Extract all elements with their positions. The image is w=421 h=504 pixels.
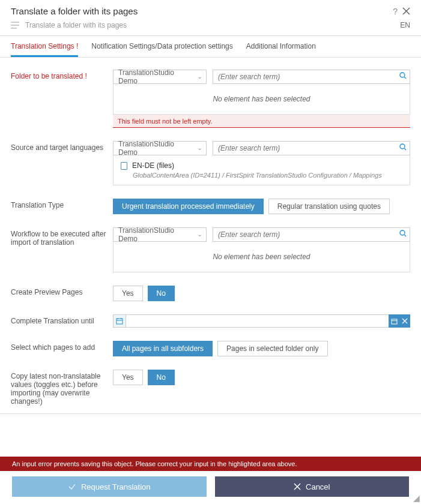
folder-search-input[interactable] xyxy=(213,70,410,84)
label-complete-until: Complete Translation until xyxy=(11,314,113,325)
languages-search-input[interactable] xyxy=(213,141,410,155)
workflow-select[interactable]: TranslationStudio Demo ⌄ xyxy=(113,227,207,242)
chevron-down-icon: ⌄ xyxy=(197,73,202,80)
close-icon[interactable] xyxy=(402,7,410,15)
copy-yes-button[interactable]: Yes xyxy=(113,370,143,385)
date-picker-open-icon[interactable] xyxy=(389,314,399,328)
language-mapping-name: EN-DE (files) xyxy=(132,161,174,170)
search-icon[interactable] xyxy=(399,230,407,237)
language-mapping-item[interactable]: EN-DE (files) GlobalContentArea (ID=2411… xyxy=(113,155,410,185)
svg-point-2 xyxy=(400,230,405,235)
workflow-empty-message: No element has been selected xyxy=(113,242,410,272)
workflow-select-value: TranslationStudio Demo xyxy=(118,226,193,243)
preview-yes-button[interactable]: Yes xyxy=(113,286,143,301)
copy-no-button[interactable]: No xyxy=(148,370,175,385)
list-icon xyxy=(11,22,19,29)
language-mapping-path: GlobalContentArea (ID=2411) / FirstSpiri… xyxy=(121,172,402,179)
folder-select-value: TranslationStudio Demo xyxy=(118,68,193,85)
document-icon xyxy=(121,162,127,170)
svg-point-0 xyxy=(400,73,405,77)
tab-bar: Translation Settings ! Notification Sett… xyxy=(0,36,421,57)
workflow-search-input[interactable] xyxy=(213,227,410,242)
svg-point-1 xyxy=(400,144,405,149)
search-icon[interactable] xyxy=(399,72,407,79)
label-workflow: Workflow to be executed after import of … xyxy=(11,227,113,247)
folder-select[interactable]: TranslationStudio Demo ⌄ xyxy=(113,70,207,84)
type-urgent-button[interactable]: Urgent translation processed immediately xyxy=(113,199,264,214)
tab-additional-info[interactable]: Additional Information xyxy=(246,36,316,57)
chevron-down-icon: ⌄ xyxy=(197,144,202,152)
preview-no-button[interactable]: No xyxy=(148,286,175,301)
complete-date-input[interactable] xyxy=(126,314,389,328)
pages-selected-button[interactable]: Pages in selected folder only xyxy=(217,341,327,356)
label-languages: Source and target languages xyxy=(11,141,113,152)
label-pages-add: Select which pages to add xyxy=(11,341,113,352)
check-icon xyxy=(68,482,76,491)
type-regular-button[interactable]: Regular translation using quotes xyxy=(268,199,390,214)
request-translation-label: Request Translation xyxy=(81,482,151,491)
dialog-subtitle: Translate a folder with its pages xyxy=(25,21,127,29)
tab-translation-settings[interactable]: Translation Settings ! xyxy=(11,36,78,57)
pages-all-button[interactable]: All pages in all subfolders xyxy=(113,341,213,356)
svg-rect-4 xyxy=(392,319,397,324)
calendar-icon[interactable] xyxy=(113,314,126,328)
languages-select-value: TranslationStudio Demo xyxy=(118,140,193,157)
label-preview: Create Preview Pages xyxy=(11,286,113,296)
language-indicator[interactable]: EN xyxy=(400,21,410,29)
help-icon[interactable]: ? xyxy=(393,7,398,16)
close-icon xyxy=(294,483,301,490)
dialog-title: Translate a folder with its pages xyxy=(11,6,138,16)
cancel-button[interactable]: Cancel xyxy=(215,476,410,497)
label-folder: Folder to be translated ! xyxy=(11,70,113,80)
cancel-label: Cancel xyxy=(306,482,330,491)
chevron-down-icon: ⌄ xyxy=(197,230,202,238)
svg-rect-3 xyxy=(117,319,123,324)
label-translation-type: Translation Type xyxy=(11,199,113,209)
languages-select[interactable]: TranslationStudio Demo ⌄ xyxy=(113,141,207,155)
request-translation-button[interactable]: Request Translation xyxy=(12,476,207,497)
search-icon[interactable] xyxy=(399,143,407,151)
folder-empty-message: No element has been selected xyxy=(113,84,410,115)
date-clear-icon[interactable] xyxy=(399,314,410,328)
folder-error-message: This field must not be left empty. xyxy=(113,115,410,128)
tab-notification-settings[interactable]: Notification Settings/Data protection se… xyxy=(91,36,232,57)
label-copy-latest: Copy latest non-translatable values (tog… xyxy=(11,370,113,406)
